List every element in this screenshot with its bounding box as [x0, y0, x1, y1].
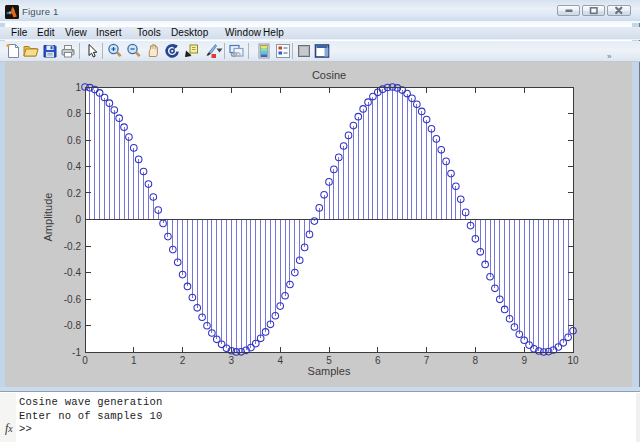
svg-text:0: 0 [75, 214, 81, 225]
svg-text:0.6: 0.6 [67, 135, 81, 146]
svg-text:Samples: Samples [308, 365, 351, 377]
svg-text:3: 3 [229, 355, 235, 366]
svg-text:4: 4 [277, 355, 283, 366]
svg-text:0.4: 0.4 [67, 161, 81, 172]
svg-text:-0.4: -0.4 [64, 267, 82, 278]
svg-text:0.2: 0.2 [67, 188, 81, 199]
svg-text:0.8: 0.8 [67, 108, 81, 119]
svg-text:6: 6 [375, 355, 381, 366]
svg-text:10: 10 [567, 355, 579, 366]
svg-text:-1: -1 [72, 347, 81, 358]
svg-text:2: 2 [180, 355, 186, 366]
svg-text:-0.6: -0.6 [64, 294, 82, 305]
svg-text:1: 1 [131, 355, 137, 366]
svg-text:Amplitude: Amplitude [42, 193, 54, 242]
svg-text:8: 8 [473, 355, 479, 366]
svg-text:9: 9 [521, 355, 527, 366]
svg-text:-0.2: -0.2 [64, 241, 82, 252]
svg-text:7: 7 [424, 355, 430, 366]
svg-text:Cosine: Cosine [312, 69, 346, 81]
svg-text:0: 0 [82, 355, 88, 366]
svg-text:-0.8: -0.8 [64, 320, 82, 331]
svg-text:1: 1 [75, 82, 81, 93]
